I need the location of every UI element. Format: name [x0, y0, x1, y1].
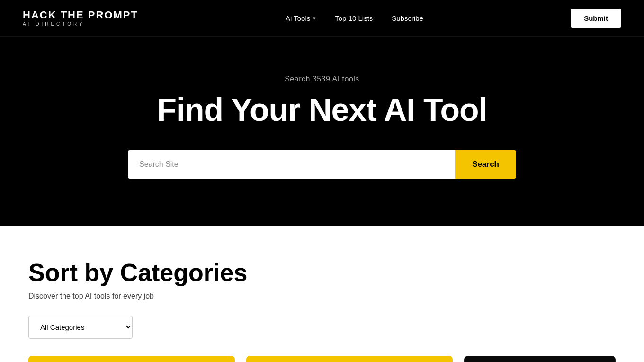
search-button[interactable]: Search [455, 150, 516, 179]
nav-item-subscribe[interactable]: Subscribe [392, 14, 423, 22]
hero-subtitle: Search 3539 AI tools [9, 75, 635, 83]
categories-title: Sort by Categories [28, 259, 616, 286]
main-nav: Ai Tools ▾ Top 10 Lists Subscribe [286, 14, 423, 22]
categories-section: Sort by Categories Discover the top AI t… [0, 226, 644, 362]
categories-description: Discover the top AI tools for every job [28, 292, 616, 300]
search-bar: Search [128, 150, 516, 179]
recently-added-card: Recently Added September 2024 NEW Colleg… [464, 356, 616, 362]
nav-item-ai-tools[interactable]: Ai Tools ▾ [286, 14, 316, 22]
category-select[interactable]: All Categories Writing Image Generation … [28, 316, 133, 339]
site-header: HACK THE PROMPT AI DIRECTORY Ai Tools ▾ … [0, 0, 644, 37]
cards-row: 🏆 POPULAR HACK THE PROMPT create [28, 356, 616, 362]
tool-card-2[interactable]: 🏆 POPULAR HACK THE PROMPT Discover your … [246, 356, 453, 362]
submit-button[interactable]: Submit [571, 9, 621, 28]
search-input[interactable] [128, 150, 455, 179]
chevron-down-icon: ▾ [313, 15, 316, 21]
hero-title: Find Your Next AI Tool [9, 92, 635, 127]
logo-title: HACK THE PROMPT [23, 10, 138, 20]
logo[interactable]: HACK THE PROMPT AI DIRECTORY [23, 10, 138, 27]
nav-item-top10[interactable]: Top 10 Lists [335, 14, 373, 22]
logo-subtitle: AI DIRECTORY [23, 21, 138, 27]
tool-card-1[interactable]: 🏆 POPULAR HACK THE PROMPT create [28, 356, 235, 362]
hero-section: Search 3539 AI tools Find Your Next AI T… [0, 37, 644, 226]
